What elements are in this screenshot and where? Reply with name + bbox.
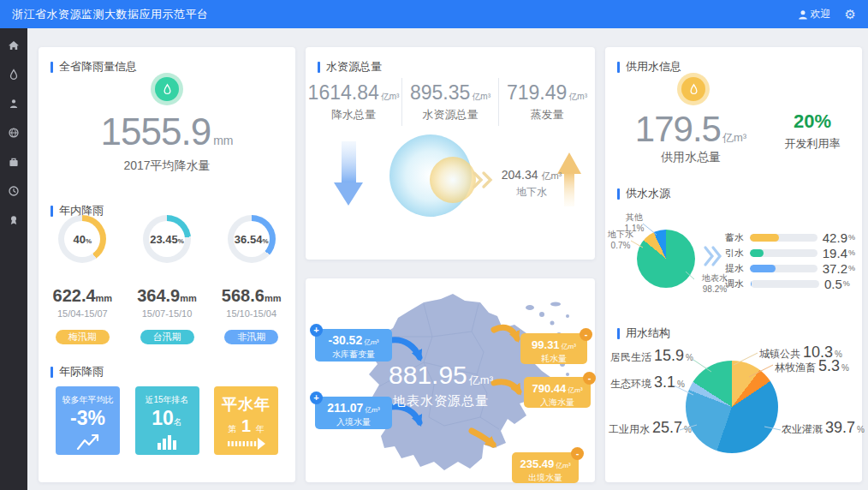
callout-sea-outflow: - 790.44亿m³ 入海水量	[524, 377, 591, 408]
panel-surface-water-map: 881.95亿m³ 地表水资源总量 + -30.52亿m³ 水库蓄变量 + 21…	[306, 278, 595, 482]
usage-label-agricultural: 农业灌溉39.7%	[782, 419, 865, 437]
sidebar-item-overview[interactable]	[7, 126, 21, 139]
period-rainfall-value: 568.6mm	[222, 286, 282, 306]
callout-inbound-water: + 211.07亿m³ 入境水量	[315, 397, 392, 429]
sidebar-item-projects[interactable]	[7, 155, 21, 168]
content-area: 全省降雨量信息 1555.9mm 2017平均降水量 年内降雨 40%	[27, 28, 868, 490]
supply-source-header: 供水水源	[617, 186, 670, 201]
period-date-range: 15/04-15/07	[57, 308, 108, 319]
supply-source-bar-row: 引水 19.4%	[725, 246, 855, 260]
usage-label-industrial: 工业用水25.7%	[609, 419, 679, 437]
top-bar: 浙江省水资源监测大数据应用示范平台 欢迎 ⚙	[0, 0, 868, 28]
usage-label-residential: 居民生活15.9%	[610, 347, 693, 365]
water-drop-icon	[681, 77, 705, 101]
bar-fill	[750, 265, 775, 272]
header-accent-bar	[617, 62, 620, 73]
topbar-actions: 欢迎 ⚙	[798, 7, 856, 21]
rain-period-column: 40% 622.4mm 15/04-15/07 梅汛期	[40, 215, 125, 344]
sidebar-item-reports[interactable]	[7, 213, 21, 226]
usage-structure-pie-chart	[686, 361, 778, 453]
rain-period-donut: 36.54%	[228, 215, 276, 263]
usage-label-forestry-livestock: 林牧渔畜5.3%	[775, 357, 849, 375]
groundwater-bubble	[430, 157, 476, 203]
home-icon	[8, 39, 20, 51]
stat-card-vs-average: 较多年平均比 -3%	[56, 386, 120, 455]
usage-structure-header: 用水结构	[617, 326, 670, 341]
interannual-rain-header: 年际降雨	[51, 364, 104, 379]
period-badge: 台汛期	[140, 330, 194, 344]
clock-icon	[8, 185, 20, 197]
stat-card-water-year: 平水年 第 1 年	[214, 386, 278, 455]
water-total-header: 水资源总量	[318, 59, 382, 75]
interannual-stat-cards: 较多年平均比 -3% 近15年排名 10名	[56, 386, 278, 455]
plus-icon: +	[310, 391, 323, 404]
chevrons-right-icon	[703, 245, 723, 267]
panel-water-supply: 供用水信息 179.5亿m³ 20% 开发利用率 供用水总量 供水水源 其	[605, 47, 862, 482]
avg-rainfall-value: 1555.9mm	[39, 111, 295, 153]
panel-province-rainfall: 全省降雨量信息 1555.9mm 2017平均降水量 年内降雨 40%	[39, 47, 295, 482]
supply-source-pie-chart	[637, 230, 695, 288]
bar-fill	[750, 234, 779, 242]
callout-water-consumption: - 99.31亿m³ 耗水量	[520, 333, 587, 364]
bar-track	[750, 249, 817, 257]
groundwater-callout: 204.34 亿m³ 地下水	[496, 168, 568, 200]
callout-outbound-water: - 235.49亿m³ 出境水量	[512, 452, 579, 483]
bar-chart-icon	[155, 432, 179, 451]
rain-period-donut: 40%	[58, 215, 106, 263]
header-accent-bar	[617, 328, 620, 339]
period-date-range: 15/07-15/10	[142, 308, 193, 319]
sidebar-item-history[interactable]	[7, 184, 21, 197]
sidebar-item-rainfall[interactable]	[7, 68, 21, 81]
building-icon	[8, 156, 20, 168]
rain-period-donuts: 40% 622.4mm 15/04-15/07 梅汛期 23.45% 364.9…	[40, 215, 294, 344]
header-accent-bar	[617, 188, 620, 200]
water-drop-icon	[8, 69, 20, 81]
welcome-menu[interactable]: 欢迎	[798, 7, 831, 21]
rainfall-panel-header: 全省降雨量信息	[51, 59, 137, 75]
rain-period-column: 36.54% 568.6mm 15/10-15/04 非汛期	[209, 215, 294, 344]
minus-icon: -	[583, 372, 596, 385]
header-accent-bar	[318, 62, 320, 73]
minus-icon: -	[571, 447, 584, 460]
bar-fill	[750, 249, 763, 257]
welcome-label: 欢迎	[811, 7, 831, 21]
bar-track	[750, 265, 817, 272]
period-badge: 非汛期	[224, 330, 278, 344]
stat-evaporation: 719.49亿m³ 蒸发量	[498, 78, 595, 126]
sidebar-item-home[interactable]	[7, 39, 21, 51]
water-total-stats: 1614.84亿m³ 降水总量 895.35亿m³ 水资源总量 719.49亿m…	[306, 78, 595, 126]
minus-icon: -	[580, 328, 592, 341]
water-drop-icon	[155, 77, 179, 101]
callout-reservoir-storage-change: + -30.52亿m³ 水库蓄变量	[315, 329, 392, 362]
award-icon	[8, 214, 20, 226]
stat-precipitation: 1614.84亿m³ 降水总量	[306, 78, 401, 126]
user-icon	[798, 9, 808, 20]
supply-source-bar-row: 提水 37.2%	[725, 261, 855, 275]
plus-icon: +	[310, 324, 323, 337]
header-accent-bar	[51, 367, 53, 378]
development-rate: 20% 开发利用率	[770, 111, 855, 152]
bar-fill	[751, 280, 752, 288]
stat-card-rank: 近15年排名 10名	[135, 386, 199, 455]
settings-gear-icon[interactable]: ⚙	[845, 8, 856, 21]
avg-rainfall-label: 2017平均降水量	[39, 158, 295, 174]
app-title: 浙江省水资源监测大数据应用示范平台	[12, 7, 209, 22]
supply-source-bar-row: 调水 0.5%	[725, 277, 855, 290]
rain-period-donut: 23.45%	[143, 215, 191, 263]
bar-track	[750, 234, 817, 242]
supply-panel-header: 供用水信息	[617, 59, 681, 75]
sidebar-item-stations[interactable]	[7, 97, 21, 110]
down-arrow-icon	[334, 141, 363, 206]
supply-total-label: 供用水总量	[605, 150, 776, 165]
bar-track	[751, 280, 819, 288]
supply-source-bar-row: 蓄水 42.9%	[725, 230, 855, 244]
development-rate-value: 20%	[770, 111, 855, 133]
rain-period-column: 23.45% 364.9mm 15/07-15/10 台汛期	[125, 215, 210, 344]
usage-label-ecological: 生态环境3.1%	[610, 373, 675, 391]
period-date-range: 15/10-15/04	[226, 308, 276, 319]
stat-water-resources: 895.35亿m³ 水资源总量	[401, 78, 498, 126]
panel-water-resource-total: 水资源总量 1614.84亿m³ 降水总量 895.35亿m³ 水资源总量 71…	[306, 47, 595, 260]
period-rainfall-value: 364.9mm	[137, 286, 197, 306]
rainfall-drop-badge	[151, 73, 183, 105]
supply-total-value: 179.5亿m³	[605, 109, 776, 150]
